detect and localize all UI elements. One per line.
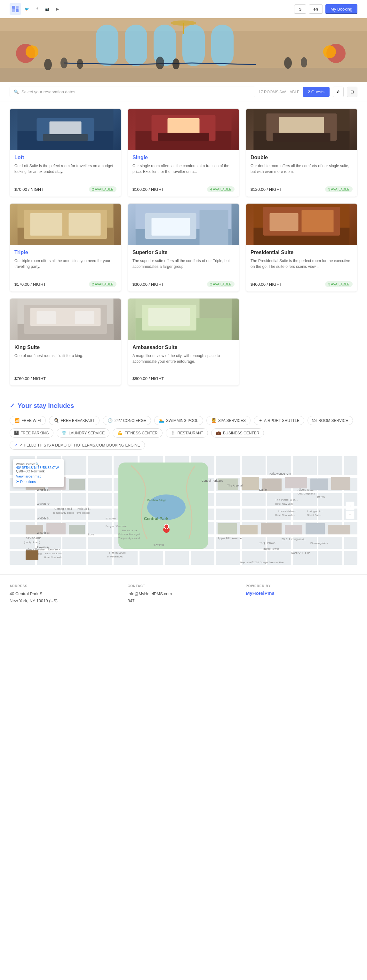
room-card-ambassador[interactable]: Ambassador Suite A magnificent view of t… [128,298,239,386]
room-card-single[interactable]: Single Our single room offers all the co… [128,108,239,197]
map-directions-link[interactable]: ➤ Directions [16,479,61,484]
contact-label: CONTACT [128,584,239,588]
room-info-single: Single Our single room offers all the co… [128,150,239,197]
grid-view-button[interactable]: ⊞ [347,87,357,97]
room-available-triple: 2 AVAILABLE [89,281,116,287]
address-label: ADDRESS [10,584,121,588]
amenity-shuttle[interactable]: ✈ AIRPORT SHUTTLE [254,416,304,425]
amenity-breakfast[interactable]: 🍳 FREE BREAKFAST [49,416,99,425]
amenity-restaurant[interactable]: 🍴 RESTAURANT [166,428,208,438]
room-card-triple[interactable]: Triple Our triple room offers all the am… [10,203,121,292]
svg-text:5 Avenue: 5 Avenue [153,543,164,546]
amenity-restaurant-label: RESTAURANT [177,431,203,435]
amenity-room-service[interactable]: 🍽 ROOM SERVICE [308,416,353,425]
breakfast-icon: 🍳 [54,418,59,423]
svg-point-15 [44,59,52,70]
svg-text:The Plaza - A: The Plaza - A [121,529,137,532]
amenity-laundry[interactable]: 👕 LAUNDRY SERVICE [57,428,109,438]
powered-brand[interactable]: MyHotelPms [246,590,357,596]
svg-text:Temporarily closed: Temporarily closed [53,511,74,514]
room-price-superior: $300.00 / NIGHT [132,282,164,287]
concierge-icon: 🕐 [107,418,113,423]
contact-phone: 347 [128,597,239,605]
facebook-icon[interactable]: 𝕗 [34,6,40,12]
svg-point-17 [77,59,83,69]
guests-button[interactable]: 2 Guests [303,87,330,97]
map-coordinates: 40°45'54.8"N 73°58'32.0"W [16,466,61,469]
wifi-icon: 📶 [14,418,19,423]
header: 🐦 𝕗 📷 ▶ $ en My Booking [0,0,367,18]
svg-rect-62 [37,311,56,324]
room-info-king: King Suite One of our finest rooms, it's… [10,340,121,385]
amenity-concierge[interactable]: 🕐 24/7 CONCIERGE [103,416,151,425]
room-available-presidential: 3 AVAILABLE [325,281,353,287]
svg-rect-78 [86,456,88,565]
svg-text:Tony's: Tony's [317,495,325,498]
svg-rect-42 [273,133,330,142]
includes-section: ✓ Your stay includes 📶 FREE WIFI 🍳 FREE … [0,392,367,456]
powered-label: POWERED BY [246,584,357,588]
laundry-icon: 👕 [61,431,67,435]
amenity-parking-label: FREE PARKING [21,431,49,435]
logo-area: 🐦 𝕗 📷 ▶ [10,3,61,15]
map-zoom-out-button[interactable]: − [346,511,354,519]
footer-address: ADDRESS 40 Central Park S New York, NY 1… [10,584,121,605]
room-card-king[interactable]: King Suite One of our finest rooms, it's… [10,298,121,386]
amenity-business[interactable]: 💼 BUSINESS CENTER [211,428,264,438]
amenity-shuttle-label: AIRPORT SHUTTLE [264,418,300,423]
language-button[interactable]: en [309,5,323,14]
amenity-parking[interactable]: 🅿 FREE PARKING [10,428,53,438]
map-view-larger-link[interactable]: View larger map [16,474,61,478]
room-image-single [128,109,239,150]
room-info-ambassador: Ambassador Suite A magnificent view of t… [128,340,239,385]
twitter-icon[interactable]: 🐦 [24,6,30,12]
map-zoom-controls: + − [346,502,354,519]
youtube-icon[interactable]: ▶ [54,6,61,12]
room-name-king: King Suite [14,345,116,350]
social-icons: 🐦 𝕗 📷 ▶ [24,6,61,12]
room-footer-single: $100.00 / NIGHT 4 AVAILABLE [132,183,235,192]
date-search-input[interactable]: 🔍 Select your reservation dates [10,87,255,97]
amenity-fitness[interactable]: 💪 FITNESS CENTER [113,428,162,438]
map-container[interactable]: W 68th St W 65th St W 60th St W 57th St … [10,456,357,565]
amenity-business-label: BUSINESS CENTER [223,431,259,435]
map-zoom-in-button[interactable]: + [346,502,354,510]
shuttle-icon: ✈ [258,418,262,423]
filter-icon: ⚟ [336,89,340,94]
filter-button[interactable]: ⚟ [333,87,344,97]
address-line1: 40 Central Park S [10,590,121,597]
svg-text:Lexington A...: Lexington A... [307,510,322,513]
amenity-pool[interactable]: 🏊 SWIMMING POOL [154,416,203,425]
my-booking-button[interactable]: My Booking [326,4,357,14]
empty-cell [246,298,357,386]
currency-button[interactable]: $ [294,5,306,14]
instagram-icon[interactable]: 📷 [44,6,51,12]
room-available-superior: 2 AVAILABLE [207,281,235,287]
footer-contact: CONTACT info@MyHotelPMS.com 347 [128,584,239,605]
spa-icon: 💆 [211,418,216,423]
svg-rect-84 [240,456,242,565]
svg-text:The Museum: The Museum [109,551,126,554]
amenity-spa[interactable]: 💆 SPA SERVICES [206,416,251,425]
amenity-wifi[interactable]: 📶 FREE WIFI [10,416,46,425]
svg-rect-46 [30,213,62,235]
room-card-loft[interactable]: Loft Our Loft Suite is the pefect room f… [10,108,121,197]
room-info-superior: Superior Suite The superior suite offers… [128,245,239,291]
room-footer-loft: $70.00 / NIGHT 2 AVAILABLE [14,183,116,192]
room-card-double[interactable]: Double Our double room offers all the co… [246,108,357,197]
svg-text:Temporarily closed: Temporarily closed [118,537,140,539]
svg-text:Central Park Zoo: Central Park Zoo [201,479,223,482]
room-image-triple [10,204,121,245]
restaurant-icon: 🍴 [171,431,176,435]
contact-email: info@MyHotelPMS.com [128,590,239,597]
room-available-double: 3 AVAILABLE [325,186,353,192]
room-price-single: $100.00 / NIGHT [132,187,164,192]
room-card-presidential[interactable]: Presidential Suite The Presidential Suit… [246,203,357,292]
room-footer-triple: $170.00 / NIGHT 2 AVAILABLE [14,278,116,287]
amenity-laundry-label: LAUNDRY SERVICE [69,431,105,435]
parking-icon: 🅿 [14,431,19,435]
svg-text:Gaesbow Bridge: Gaesbow Bridge [147,499,166,501]
room-card-superior[interactable]: Superior Suite The superior suite offers… [128,203,239,292]
room-available-loft: 2 AVAILABLE [89,186,116,192]
svg-text:57 Street: 57 Street [105,517,116,520]
